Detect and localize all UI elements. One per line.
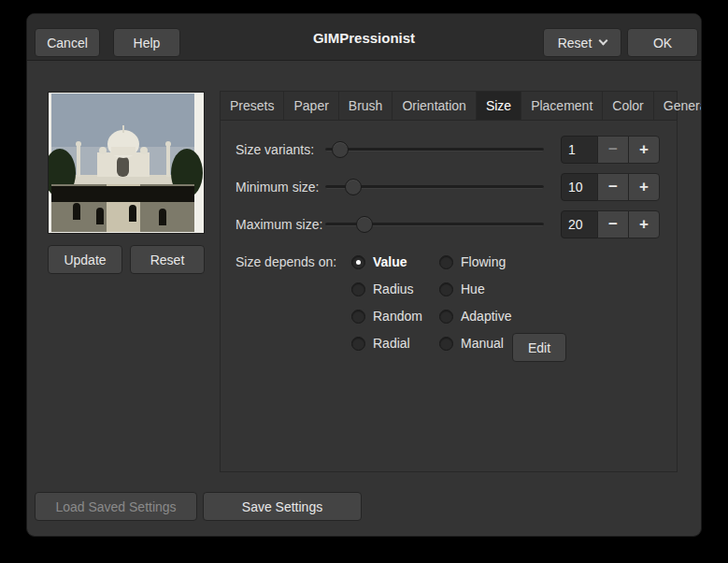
radio-button-icon [439,337,453,351]
radio-value-label: Value [373,254,407,269]
radio-radial-label: Radial [373,336,410,351]
update-button[interactable]: Update [48,245,122,274]
radio-button-icon [439,282,453,296]
tab-general[interactable]: General [654,92,702,120]
slider-handle[interactable] [345,179,362,195]
preview-reset-button[interactable]: Reset [130,245,205,274]
radio-hue-label: Hue [461,282,485,296]
tab-brush[interactable]: Brush [339,92,393,120]
size-variants-label: Size variants: [236,136,314,164]
tab-color[interactable]: Color [603,92,653,120]
minimum-size-input[interactable] [561,173,598,201]
load-saved-settings-button: Load Saved Settings [35,492,197,521]
cancel-button[interactable]: Cancel [35,28,100,57]
maximum-size-slider[interactable] [325,210,544,238]
gimpressionist-dialog: GIMPressionist Cancel Help Reset OK [26,13,702,537]
tab-presets[interactable]: Presets [221,92,284,120]
radio-value[interactable]: Value [351,252,407,272]
minimum-size-row: Minimum size: − + [221,173,677,201]
radio-random-label: Random [373,309,422,324]
size-depends-on-label: Size depends on: [236,252,336,272]
reset-dropdown-button[interactable]: Reset [543,28,621,57]
tab-size[interactable]: Size [477,92,521,120]
minimum-size-plus-button[interactable]: + [628,173,660,201]
radio-button-icon [351,255,365,269]
radio-button-icon [351,282,365,296]
tab-strip: Presets Paper Brush Orientation Size Pla… [221,92,677,121]
radio-radius-label: Radius [373,282,414,296]
size-variants-plus-button[interactable]: + [628,136,660,164]
header-bar: GIMPressionist Cancel Help Reset OK [27,14,701,61]
settings-notebook: Presets Paper Brush Orientation Size Pla… [220,91,678,472]
taj-mahal-preview-image [49,93,204,233]
radio-adaptive[interactable]: Adaptive [439,306,511,326]
radio-hue[interactable]: Hue [439,279,485,299]
radio-radial[interactable]: Radial [351,333,410,354]
reset-dropdown-label: Reset [558,36,592,51]
maximum-size-plus-button[interactable]: + [628,210,660,238]
radio-random[interactable]: Random [351,306,422,326]
radio-radius[interactable]: Radius [351,279,414,299]
radio-button-icon [439,310,453,324]
radio-adaptive-label: Adaptive [461,309,511,324]
tab-paper[interactable]: Paper [284,92,338,120]
minimum-size-slider[interactable] [325,173,544,201]
radio-button-icon [351,337,365,351]
ok-button[interactable]: OK [627,28,698,57]
size-variants-minus-button: − [597,136,629,164]
help-button[interactable]: Help [113,28,180,57]
tab-placement[interactable]: Placement [521,92,603,120]
radio-manual[interactable]: Manual [439,333,504,354]
chevron-down-icon [599,36,608,45]
slider-handle[interactable] [356,216,373,233]
radio-button-icon [351,310,365,324]
maximum-size-input[interactable] [561,210,598,238]
radio-flowing-label: Flowing [461,254,506,269]
preview-frame [48,92,205,234]
size-variants-slider[interactable] [325,136,544,164]
size-variants-input[interactable] [561,136,598,164]
radio-button-icon [439,255,453,269]
slider-handle[interactable] [332,141,349,158]
edit-button[interactable]: Edit [512,333,566,362]
slider-track [325,148,544,152]
radio-flowing[interactable]: Flowing [439,252,506,272]
size-variants-row: Size variants: − + [221,136,677,164]
maximum-size-row: Maximum size: − + [221,210,677,238]
tab-orientation[interactable]: Orientation [393,92,476,120]
minimum-size-minus-button[interactable]: − [597,173,629,201]
maximum-size-minus-button[interactable]: − [597,210,629,238]
radio-manual-label: Manual [461,336,504,351]
minimum-size-label: Minimum size: [236,173,319,201]
save-settings-button[interactable]: Save Settings [203,492,362,521]
maximum-size-label: Maximum size: [236,210,322,238]
